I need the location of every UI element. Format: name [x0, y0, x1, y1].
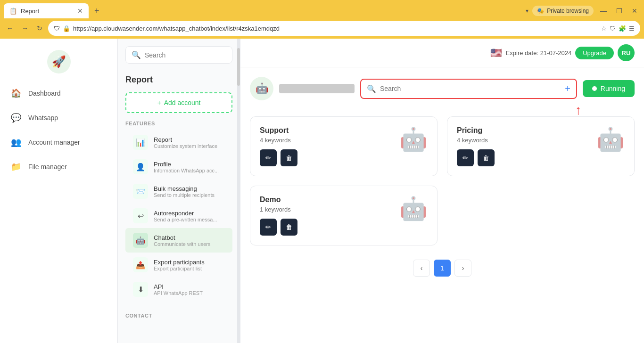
nav-icon-account-manager: 👥: [9, 136, 23, 149]
feature-item-profile[interactable]: 👤 Profile Information WhatsApp acc...: [125, 155, 232, 179]
feature-item-bulk-messaging[interactable]: 📨 Bulk messaging Send to multiple recipi…: [125, 179, 232, 204]
active-tab: 📋 Report ✕: [4, 3, 89, 18]
card-robot-1: 🤖: [596, 126, 625, 153]
add-account-button[interactable]: + Add account: [125, 92, 232, 113]
new-tab-button[interactable]: +: [91, 4, 103, 18]
bookmark-icon[interactable]: ☆: [601, 25, 607, 32]
feature-texts-report: Report Customize system interface: [154, 136, 217, 149]
panel-search-input[interactable]: [145, 51, 226, 59]
feature-name-profile: Profile: [154, 161, 219, 168]
user-avatar[interactable]: RU: [618, 44, 635, 61]
search-icon: 🔍: [132, 50, 141, 59]
scrollbar[interactable]: [237, 39, 240, 343]
feature-item-autoresponder[interactable]: ↩ Autoresponder Send a pre-written messa…: [125, 204, 232, 228]
nav-label-account-manager: Account manager: [28, 139, 80, 146]
private-browsing-label: Private browsing: [547, 8, 589, 14]
forward-button[interactable]: →: [19, 23, 31, 34]
chatbot-card-1: Pricing 4 keywords ✏ 🗑 🤖: [447, 116, 635, 176]
feature-desc-export-participants: Export participant list: [154, 266, 205, 271]
feature-name-api: API: [154, 283, 203, 290]
card-left-1: Pricing 4 keywords ✏ 🗑: [457, 126, 495, 166]
feature-name-bulk-messaging: Bulk messaging: [154, 185, 215, 192]
feature-item-api[interactable]: ⬇ API API WhatsApp REST: [125, 277, 232, 302]
scroll-thumb: [237, 48, 240, 86]
middle-panel: 🔍 Report + Add account FEATURES 📊 Report…: [118, 39, 240, 343]
card-actions-1: ✏ 🗑: [457, 149, 495, 166]
card-left-0: Support 4 keywords ✏ 🗑: [260, 126, 297, 166]
main-search-input[interactable]: [380, 85, 561, 92]
reload-button[interactable]: ↻: [34, 23, 45, 34]
nav-items-container: 🏠 Dashboard 💬 Whatsapp 👥 Account manager…: [0, 81, 117, 179]
card-delete-btn-1[interactable]: 🗑: [478, 149, 495, 166]
arrow-indicator: ↑: [575, 103, 582, 118]
nav-label-file-manager: File manager: [28, 163, 67, 171]
card-edit-btn-2[interactable]: ✏: [260, 219, 277, 236]
expire-text: Expire date: 21-07-2024: [506, 49, 571, 57]
feature-desc-autoresponder: Send a pre-written messa...: [154, 217, 217, 222]
feature-name-autoresponder: Autoresponder: [154, 210, 217, 217]
security-icon: 🛡: [54, 25, 60, 32]
running-label: Running: [601, 85, 625, 92]
shield-icon[interactable]: 🛡: [610, 25, 616, 32]
app-logo: 🚀: [47, 50, 71, 74]
main-search-bar[interactable]: 🔍 +: [360, 79, 577, 99]
app-container: 🚀 🏠 Dashboard 💬 Whatsapp 👥 Account manag…: [0, 39, 644, 343]
address-bar[interactable]: 🛡 🔒 https://app.cloudwasender.com/whatsa…: [48, 21, 640, 36]
address-bar-icons: ☆ 🛡 🧩 ☰: [601, 25, 635, 32]
features-container: 📊 Report Customize system interface 👤 Pr…: [125, 130, 232, 302]
logo-icon: 🚀: [52, 55, 66, 68]
card-info-2: Demo 1 keywords: [260, 196, 297, 213]
features-label: FEATURES: [125, 121, 232, 126]
pagination-current[interactable]: 1: [434, 260, 451, 277]
feature-texts-api: API API WhatsApp REST: [154, 283, 203, 296]
card-actions-2: ✏ 🗑: [260, 219, 297, 236]
feature-item-report[interactable]: 📊 Report Customize system interface: [125, 130, 232, 155]
running-dot: [592, 86, 597, 91]
sidebar-item-file-manager[interactable]: 📁 File manager: [0, 155, 117, 179]
tab-dropdown-icon[interactable]: ▾: [526, 8, 528, 14]
feature-icon-report: 📊: [133, 135, 148, 150]
feature-icon-autoresponder: ↩: [133, 208, 148, 223]
card-delete-btn-0[interactable]: 🗑: [281, 149, 297, 166]
feature-icon-chatbot: 🤖: [133, 233, 148, 248]
card-keywords-1: 4 keywords: [457, 137, 495, 144]
sidebar-item-account-manager[interactable]: 👥 Account manager: [0, 130, 117, 155]
back-button[interactable]: ←: [4, 23, 16, 34]
card-robot-2: 🤖: [399, 196, 428, 222]
card-edit-btn-1[interactable]: ✏: [457, 149, 474, 166]
tab-bar: 📋 Report ✕ + ▾ 🎭 Private browsing — ❐ ✕: [0, 0, 644, 19]
lock-icon: 🔒: [63, 25, 70, 32]
card-title-0: Support: [260, 126, 297, 135]
feature-item-export-participants[interactable]: 📤 Export participants Export participant…: [125, 253, 232, 277]
menu-icon[interactable]: ☰: [629, 25, 635, 32]
maximize-button[interactable]: ❐: [613, 6, 625, 16]
nav-label-whatsapp: Whatsapp: [28, 114, 58, 122]
feature-name-report: Report: [154, 136, 217, 143]
card-edit-btn-0[interactable]: ✏: [260, 149, 277, 166]
feature-desc-bulk-messaging: Send to multiple recipients: [154, 192, 215, 198]
card-left-2: Demo 1 keywords ✏ 🗑: [260, 196, 297, 236]
add-chatbot-button[interactable]: +: [565, 83, 570, 94]
tab-close-btn[interactable]: ✕: [77, 7, 83, 15]
feature-item-chatbot[interactable]: 🤖 Chatbot Communicate with users: [125, 228, 232, 253]
panel-search-box[interactable]: 🔍: [125, 46, 232, 64]
upgrade-button[interactable]: Upgrade: [575, 47, 614, 59]
feature-name-chatbot: Chatbot: [154, 234, 210, 241]
sidebar-item-whatsapp[interactable]: 💬 Whatsapp: [0, 106, 117, 130]
running-button[interactable]: Running: [583, 80, 635, 97]
close-button[interactable]: ✕: [629, 6, 640, 16]
pagination-prev[interactable]: ‹: [413, 260, 430, 277]
pagination-next[interactable]: ›: [454, 260, 471, 277]
feature-desc-api: API WhatsApp REST: [154, 290, 203, 296]
card-title-2: Demo: [260, 196, 297, 204]
card-delete-btn-2[interactable]: 🗑: [281, 219, 297, 236]
card-info-0: Support 4 keywords: [260, 126, 297, 144]
minimize-button[interactable]: —: [597, 6, 610, 16]
nav-label-dashboard: Dashboard: [28, 90, 61, 97]
feature-texts-profile: Profile Information WhatsApp acc...: [154, 161, 219, 173]
card-keywords-2: 1 keywords: [260, 206, 297, 213]
account-name-blurred: [279, 84, 355, 93]
feature-texts-chatbot: Chatbot Communicate with users: [154, 234, 210, 247]
extensions-icon[interactable]: 🧩: [619, 25, 626, 32]
sidebar-item-dashboard[interactable]: 🏠 Dashboard: [0, 81, 117, 106]
